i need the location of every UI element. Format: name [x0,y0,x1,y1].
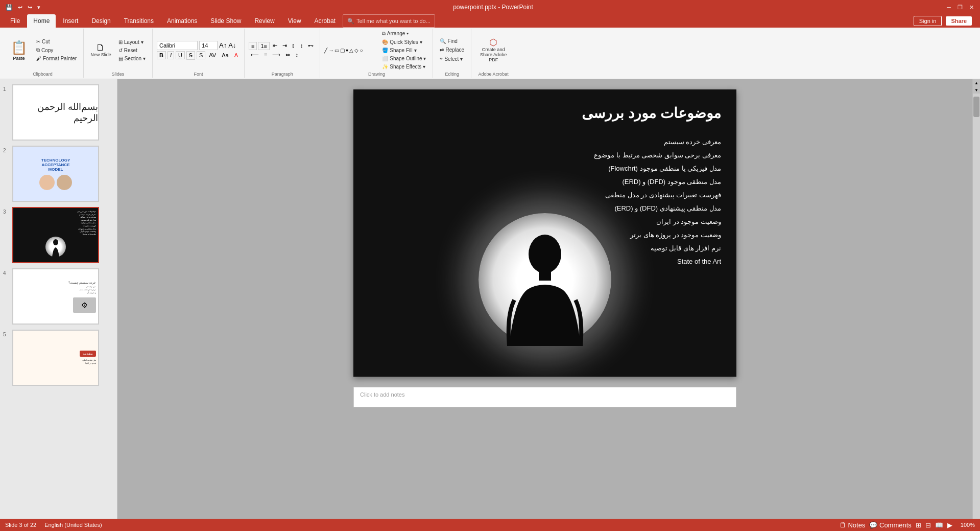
slide-thumb1-content: بسم‌الله الرحمن الرحیم [13,85,98,140]
undo-icon[interactable]: ↩ [16,4,24,11]
sign-in-button[interactable]: Sign in [914,16,942,26]
slide-thumb-5[interactable]: 5 مقدمه متن مقدمه اسلایدپنجم در اینجا [2,329,115,387]
redo-icon[interactable]: ↪ [26,4,34,11]
shape-line[interactable]: ╱ [324,48,327,53]
bullet-10: State of the Art [594,255,721,268]
section-button[interactable]: ▤ Section ▾ [116,55,148,62]
notes-area[interactable]: Click to add notes [353,387,736,407]
right-scrollbar[interactable]: ▲ ▼ [972,79,980,519]
strikethrough-button[interactable]: S̶ [186,51,195,60]
slide-thumb-4[interactable]: 4 خرده سیستم چیست؟ متن توضیحیدرباره خرده… [2,267,115,326]
restore-icon[interactable]: ❐ [955,3,965,12]
shape-roundrect[interactable]: ▢ [340,48,345,53]
copy-button[interactable]: ⧉ Copy [34,46,79,54]
comments-button[interactable]: 💬 Comments [869,521,911,529]
slide-thumb-3[interactable]: 3 موضوعات مورد بررسی معرفی خرده سیستم مع… [2,206,115,264]
tab-design[interactable]: Design [85,14,116,28]
tab-slideshow[interactable]: Slide Show [204,14,247,28]
font-color-button[interactable]: A [232,52,240,59]
line-spacing[interactable]: ↕ [293,51,300,59]
align-row: ⟵ ≡ ⟶ ⇔ ↕ [249,51,316,59]
adobe-acrobat-group: ⬡ Create and Share Adobe PDF Adobe Acrob… [471,29,515,78]
customize-icon[interactable]: ▾ [36,4,42,11]
shape-tri[interactable]: △ [349,48,353,53]
scroll-thumb[interactable] [973,97,979,117]
cut-button[interactable]: ✂ Cut [34,38,79,45]
smart-art[interactable]: ⊷ [306,42,316,50]
bold-button[interactable]: B [157,51,166,59]
text-direction[interactable]: ↕ [298,42,305,50]
slide-sorter-button[interactable]: ⊟ [925,521,931,529]
quick-styles-button[interactable]: 🎨 Quick Styles ▾ [379,38,428,46]
find-button[interactable]: 🔍 Find [437,37,467,45]
slide-title: موضوعات مورد بررسی [582,105,721,122]
minimize-icon[interactable]: ─ [944,3,953,12]
underline-button[interactable]: U [176,51,185,59]
copy-icon: ⧉ [36,47,40,53]
notes-button[interactable]: 🗒 Notes [840,521,866,529]
reset-button[interactable]: ↺ Reset [116,47,148,54]
replace-button[interactable]: ⇄ Replace [437,46,467,54]
tab-review[interactable]: Review [248,14,280,28]
tab-animations[interactable]: Animations [161,14,203,28]
shape-oval[interactable]: ○ [360,48,363,53]
shape-more[interactable]: ▾ [346,48,348,53]
reading-view-button[interactable]: 📖 [935,521,943,529]
shape-outline-button[interactable]: ⬜ Shape Outline ▾ [379,55,428,62]
align-left[interactable]: ⟵ [249,51,261,59]
font-size-input[interactable] [199,41,218,50]
font-size-increase[interactable]: A↑ [219,41,227,49]
shape-diamond[interactable]: ◇ [354,48,358,53]
tab-acrobat[interactable]: Acrobat [308,14,342,28]
tab-home[interactable]: Home [27,14,56,28]
arrange-button[interactable]: ⧉ Arrange ▾ [379,30,428,38]
decrease-indent[interactable]: ⇤ [271,42,279,50]
slide-thumb-2[interactable]: 2 TECHNOLOGYACCEPTANCEMODEL [2,145,115,203]
window-controls: ─ ❐ ✕ [944,3,976,12]
tab-view[interactable]: View [282,14,307,28]
slide-bullets: معرفی خرده سیستم معرفی برخی سوابق شخصی م… [594,135,721,268]
shape-rect[interactable]: ▭ [334,48,339,53]
title-bar: 💾 ↩ ↪ ▾ powerpoint.pptx - PowerPoint ─ ❐… [0,0,980,14]
main-slide-canvas[interactable]: موضوعات مورد بررسی معرفی خرده سیستم معرف… [353,89,736,377]
shape-effects-button[interactable]: ✨ Shape Effects ▾ [379,63,428,71]
save-icon[interactable]: 💾 [4,4,14,11]
scroll-up[interactable]: ▲ [973,79,980,86]
create-pdf-button[interactable]: ⬡ Create and Share Adobe PDF [475,36,511,64]
shadow-button[interactable]: S [197,51,205,59]
normal-view-button[interactable]: ⊞ [916,521,921,529]
tab-transitions[interactable]: Transitions [118,14,160,28]
slide-img-3: موضوعات مورد بررسی معرفی خرده سیستم معرف… [12,207,99,263]
shape-arrow[interactable]: → [328,48,333,53]
scroll-down[interactable]: ▼ [973,86,980,94]
italic-button[interactable]: I [168,51,174,59]
shape-fill-button[interactable]: 🪣 Shape Fill ▾ [379,47,428,54]
paste-button[interactable]: 📋 Paste [6,38,32,63]
bullets-button[interactable]: ≡ [249,42,257,50]
font-size-decrease[interactable]: A↓ [228,41,236,49]
change-case-button[interactable]: Aa [220,52,230,59]
tab-file[interactable]: File [4,14,26,28]
select-button[interactable]: ⌖ Select ▾ [437,55,467,63]
justify[interactable]: ⇔ [283,51,292,59]
ribbon-content: 📋 Paste ✂ Cut ⧉ Copy 🖌 Format Painter [0,28,980,79]
layout-button[interactable]: ⊞ Layout ▾ [116,38,148,46]
slide-thumb-1[interactable]: 1 بسم‌الله الرحمن الرحیم [2,83,115,142]
char-spacing-button[interactable]: AV [207,52,218,59]
slideshow-button[interactable]: ▶ [947,521,952,529]
col-count[interactable]: ⫿ [290,42,297,50]
font-group: A↑ A↓ B I U S̶ S AV Aa A Font [153,29,245,78]
numbering-button[interactable]: 1≡ [258,42,270,50]
format-painter-button[interactable]: 🖌 Format Painter [34,55,79,62]
close-icon[interactable]: ✕ [967,3,976,12]
align-center[interactable]: ≡ [262,51,269,59]
new-slide-button[interactable]: 🗋 New Slide [88,41,114,59]
tab-insert[interactable]: Insert [57,14,84,28]
tell-me-input[interactable]: 🔍 Tell me what you want to do... [343,14,435,28]
share-button[interactable]: Share [946,16,972,26]
font-name-input[interactable] [157,41,198,50]
align-right[interactable]: ⟶ [270,51,282,59]
window-title: powerpoint.pptx - PowerPoint [42,4,944,11]
svg-point-1 [529,235,561,273]
increase-indent[interactable]: ⇥ [280,42,289,50]
